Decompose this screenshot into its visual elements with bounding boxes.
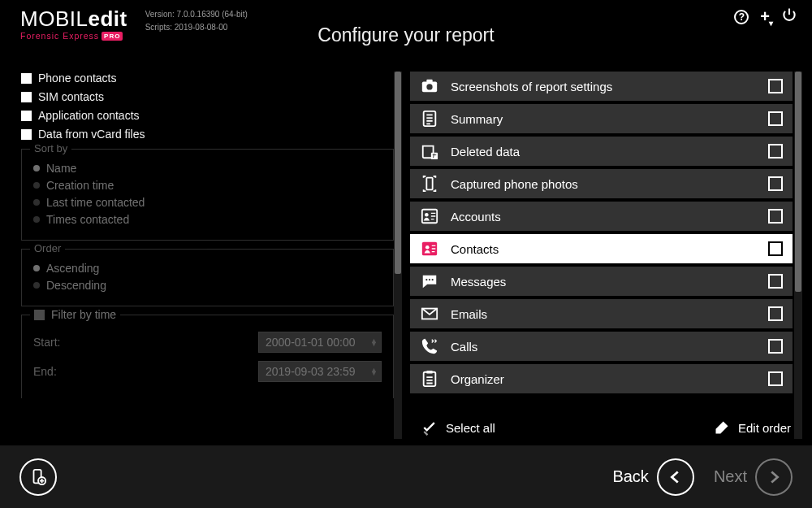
- captured-icon: [420, 174, 439, 193]
- category-checkbox[interactable]: [768, 274, 783, 289]
- category-label: Deleted data: [451, 145, 757, 158]
- sortby-fieldset: Sort by NameCreation timeLast time conta…: [21, 149, 394, 241]
- radio-icon: [33, 199, 40, 206]
- organizer-icon: [420, 369, 439, 389]
- left-scrollbar[interactable]: [394, 72, 402, 439]
- calls-icon: [420, 336, 439, 356]
- svg-point-9: [425, 245, 430, 250]
- deleted-icon: [420, 141, 439, 161]
- messages-icon: [420, 271, 439, 291]
- filter-checkbox[interactable]: [34, 310, 45, 320]
- category-label: Captured phone photos: [451, 177, 757, 191]
- radio-label: Ascending: [46, 262, 99, 275]
- category-checkbox[interactable]: [768, 144, 783, 158]
- checkbox-application-contacts[interactable]: Application contacts: [21, 109, 394, 122]
- add-icon[interactable]: +▾: [760, 7, 770, 26]
- select-all-button[interactable]: Select all: [421, 419, 495, 436]
- category-messages[interactable]: Messages: [410, 267, 793, 296]
- category-label: Emails: [451, 307, 757, 321]
- checkbox-icon: [21, 129, 32, 140]
- end-time-value: 2019-09-03 23:59: [266, 365, 356, 378]
- spinner-icon[interactable]: ▲▼: [370, 368, 378, 376]
- category-checkbox[interactable]: [768, 339, 783, 354]
- emails-icon: [420, 304, 439, 323]
- end-label: End:: [33, 365, 57, 378]
- spinner-icon[interactable]: ▲▼: [370, 339, 378, 346]
- category-checkbox[interactable]: [768, 241, 783, 256]
- checkbox-icon: [21, 92, 32, 102]
- help-icon[interactable]: ?: [734, 10, 749, 24]
- radio-icon: [33, 165, 40, 172]
- checkbox-sim-contacts[interactable]: SIM contacts: [21, 90, 394, 103]
- category-checkbox[interactable]: [768, 176, 783, 191]
- sortby-name[interactable]: Name: [33, 162, 382, 175]
- checkbox-label: Application contacts: [38, 109, 140, 122]
- category-label: Screenshots of report settings: [451, 80, 757, 93]
- order-descending[interactable]: Descending: [33, 279, 382, 292]
- radio-icon: [33, 182, 40, 189]
- radio-icon: [33, 216, 40, 223]
- checkbox-data-from-vcard-files[interactable]: Data from vCard files: [21, 128, 394, 141]
- svg-rect-5: [426, 178, 432, 190]
- order-legend: Order: [30, 242, 65, 254]
- category-checkbox[interactable]: [768, 79, 783, 93]
- category-label: Messages: [451, 275, 757, 289]
- radio-icon: [33, 282, 40, 289]
- radio-label: Creation time: [46, 179, 114, 192]
- screenshots-icon: [420, 76, 439, 96]
- category-deleted[interactable]: Deleted data: [410, 137, 793, 166]
- category-calls[interactable]: Calls: [410, 332, 793, 361]
- page-title: Configure your report: [317, 24, 494, 46]
- contacts-icon: [420, 239, 439, 258]
- checkbox-label: Phone contacts: [38, 72, 117, 85]
- edit-order-label: Edit order: [738, 421, 791, 435]
- category-label: Contacts: [451, 242, 757, 256]
- right-scrollbar[interactable]: [794, 72, 802, 439]
- add-device-button[interactable]: [19, 458, 57, 496]
- category-contacts[interactable]: Contacts: [410, 234, 793, 263]
- power-icon[interactable]: [781, 7, 797, 27]
- summary-icon: [420, 109, 439, 128]
- logo-text-1: MOBIL: [20, 7, 88, 31]
- edit-order-button[interactable]: Edit order: [714, 419, 791, 436]
- filter-legend: Filter by time: [51, 308, 116, 321]
- category-label: Summary: [451, 112, 757, 126]
- svg-point-1: [426, 84, 432, 89]
- start-time-input[interactable]: 2000-01-01 00:00 ▲▼: [258, 332, 382, 353]
- sortby-times-contacted[interactable]: Times contacted: [33, 213, 382, 226]
- next-button[interactable]: Next: [714, 458, 793, 496]
- checkbox-icon: [21, 73, 32, 84]
- category-organizer[interactable]: Organizer: [410, 364, 793, 393]
- category-summary[interactable]: Summary: [410, 104, 793, 133]
- category-checkbox[interactable]: [768, 371, 783, 386]
- radio-label: Name: [46, 162, 76, 175]
- svg-point-12: [432, 279, 434, 280]
- category-accounts[interactable]: Accounts: [410, 202, 793, 231]
- checkbox-icon: [21, 111, 32, 121]
- checkbox-phone-contacts[interactable]: Phone contacts: [21, 72, 394, 85]
- logo: MOBILedit Forensic Express PRO: [20, 8, 127, 41]
- checkbox-label: SIM contacts: [38, 90, 104, 103]
- svg-rect-15: [426, 371, 432, 374]
- category-label: Calls: [451, 340, 757, 354]
- radio-label: Last time contacted: [46, 196, 145, 209]
- category-label: Accounts: [451, 210, 757, 224]
- category-label: Organizer: [451, 372, 757, 386]
- category-screenshots[interactable]: Screenshots of report settings: [410, 72, 793, 101]
- end-time-input[interactable]: 2019-09-03 23:59 ▲▼: [258, 361, 382, 382]
- svg-point-11: [429, 279, 430, 280]
- order-ascending[interactable]: Ascending: [33, 262, 382, 275]
- svg-point-7: [425, 213, 429, 217]
- version-line: Version: 7.0.0.16390 (64-bit): [145, 8, 248, 21]
- radio-icon: [33, 265, 40, 271]
- sortby-last-time-contacted[interactable]: Last time contacted: [33, 196, 382, 209]
- back-button[interactable]: Back: [612, 458, 693, 496]
- category-checkbox[interactable]: [768, 306, 783, 321]
- category-checkbox[interactable]: [768, 111, 783, 126]
- version-info: Version: 7.0.0.16390 (64-bit) Scripts: 2…: [145, 8, 248, 34]
- category-emails[interactable]: Emails: [410, 299, 793, 328]
- radio-label: Times contacted: [46, 213, 129, 226]
- sortby-creation-time[interactable]: Creation time: [33, 179, 382, 192]
- category-captured[interactable]: Captured phone photos: [410, 169, 793, 198]
- category-checkbox[interactable]: [768, 209, 783, 224]
